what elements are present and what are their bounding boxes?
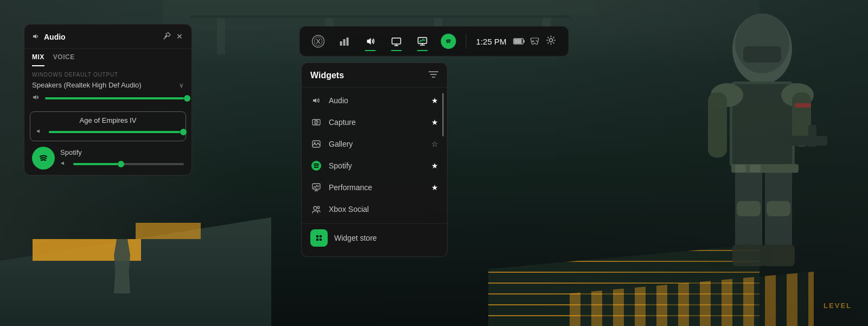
widget-item-capture[interactable]: Capture ★ [302,111,447,133]
spotify-gamebar-button[interactable] [437,29,461,53]
svg-rect-44 [514,39,521,43]
svg-rect-69 [316,239,318,241]
widget-item-xbox-social[interactable]: Xbox Social ☆ [302,198,447,220]
spotify-vol-icon [60,160,69,168]
scroll-indicator [442,93,444,136]
speaker-vol-icon [32,93,41,103]
widget-social-icon [310,203,322,215]
speaker-chevron[interactable]: ∨ [179,82,184,89]
widget-capture-icon [310,116,322,128]
svg-rect-18 [735,165,746,172]
widget-audio-star[interactable]: ★ [431,96,438,105]
audio-title-icon [32,33,40,42]
widgets-filter-button[interactable] [429,71,438,80]
svg-rect-9 [784,136,827,146]
svg-rect-66 [314,233,324,243]
widget-spotify-label: Spotify [329,161,352,170]
speaker-volume-slider[interactable] [45,97,184,99]
widget-item-spotify[interactable]: Spotify ★ [302,155,447,177]
svg-rect-70 [320,239,322,241]
svg-point-65 [317,206,320,209]
controller-icon [529,37,540,45]
widgets-title: Widgets [310,71,344,80]
spotify-volume-row [60,160,184,168]
widget-performance-star[interactable]: ★ [431,183,438,192]
svg-rect-15 [737,201,761,216]
svg-rect-13 [732,244,765,266]
svg-rect-30 [190,15,570,18]
svg-rect-33 [343,39,346,46]
settings-button[interactable] [542,32,559,52]
screen-button[interactable] [385,29,409,53]
svg-rect-35 [392,38,401,44]
widget-capture-star[interactable]: ★ [431,118,438,127]
widget-item-performance[interactable]: Performance ★ [302,177,447,198]
status-icons [513,37,540,45]
stats-button[interactable] [333,29,356,53]
spotify-icon [441,34,456,49]
widget-gallery-star[interactable]: ☆ [431,140,438,148]
divider [466,34,467,49]
speaker-row: Speakers (Realtek High Def Audio) ∨ [24,80,192,93]
battery-icon [513,37,525,45]
svg-point-49 [549,39,552,42]
widget-audio-label: Audio [329,96,348,105]
svg-point-48 [537,41,538,42]
store-icon [310,229,328,247]
widget-gallery-icon [310,138,322,150]
widget-store-item[interactable]: Widget store [302,223,447,252]
audio-panel-title-text: Audio [44,33,66,41]
audio-panel-title: Audio [32,33,66,42]
audio-panel-header: Audio ✕ [24,24,192,49]
widget-item-audio[interactable]: Audio ★ [302,90,447,111]
audio-panel-actions: ✕ [162,31,184,43]
xbox-button[interactable] [309,32,328,51]
svg-rect-32 [340,41,342,46]
performance-button[interactable] [411,29,435,53]
svg-rect-34 [347,37,349,46]
gamebar: 1:25 PM [299,26,569,57]
svg-rect-2 [743,46,781,62]
spotify-info: Spotify [60,148,184,168]
audio-panel: Audio ✕ MIX VOICE WINDOWS DEFAULT OUTPUT… [24,24,192,175]
svg-rect-7 [708,92,727,158]
aoe-volume-slider[interactable] [49,131,180,133]
widget-performance-icon [310,181,322,193]
audio-tabs: MIX VOICE [24,49,192,66]
widget-store-label: Widget store [334,234,377,242]
svg-rect-10 [808,125,816,147]
app-name-aoe: Age of Empires IV [36,116,180,124]
widget-capture-label: Capture [329,118,356,127]
output-label: WINDOWS DEFAULT OUTPUT [24,66,192,80]
tab-voice[interactable]: VOICE [53,53,75,66]
widgets-divider [302,87,447,87]
widget-item-gallery[interactable]: Gallery ☆ [302,133,447,155]
widgets-panel: Widgets Audio ★ [301,62,448,257]
svg-point-64 [314,206,317,210]
spotify-audio-row: Spotify [24,143,192,175]
speaker-volume-row [24,93,192,109]
volume-button[interactable] [359,29,382,53]
spotify-name: Spotify [60,148,184,156]
audio-close-button[interactable]: ✕ [175,31,184,43]
age-of-empires-item: Age of Empires IV [30,111,186,141]
svg-point-47 [535,40,537,41]
tab-mix[interactable]: MIX [32,53,44,66]
widget-gallery-label: Gallery [329,140,353,148]
widget-spotify-icon [310,160,322,172]
level-text: LEVEL [824,302,852,310]
audio-pin-button[interactable] [162,31,172,43]
svg-point-57 [316,122,317,123]
svg-rect-16 [767,201,790,216]
svg-marker-23 [570,272,814,326]
svg-rect-67 [316,235,318,237]
widget-performance-label: Performance [329,183,372,192]
spotify-large-icon [32,147,55,170]
speaker-name: Speakers (Realtek High Def Audio) [32,81,142,89]
widget-spotify-star[interactable]: ★ [431,161,438,170]
aoe-vol-icon [36,128,44,136]
spotify-volume-slider[interactable] [73,163,184,165]
svg-rect-19 [750,165,761,172]
widgets-header: Widgets [302,63,447,87]
svg-rect-14 [762,244,795,266]
